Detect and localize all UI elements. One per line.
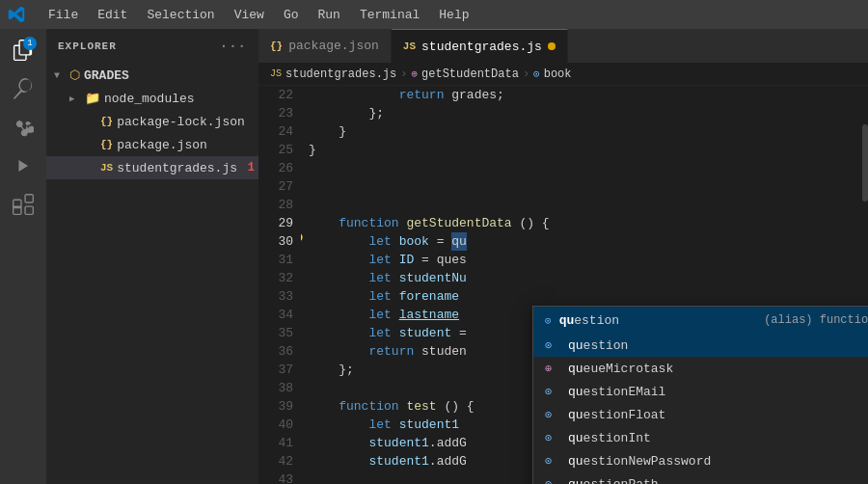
autocomplete-selected-icon: ⊙ bbox=[545, 314, 552, 327]
code-line-30: 💡 let book = qu bbox=[309, 232, 862, 251]
breadcrumb-sep2: › bbox=[523, 67, 529, 81]
studentgrades-badge: 1 bbox=[248, 161, 255, 175]
breadcrumb-scope2: book bbox=[544, 67, 572, 81]
code-line-24: } bbox=[309, 122, 862, 141]
menu-view[interactable]: View bbox=[227, 6, 272, 24]
tab-bar: {} package.json JS studentgrades.js bbox=[258, 29, 868, 63]
autocomplete-dropdown: ⊙ question (alias) function question(que… bbox=[532, 306, 868, 484]
activity-source-control[interactable] bbox=[6, 110, 41, 145]
breadcrumb-scope-icon1: ⊕ bbox=[411, 67, 418, 80]
autocomplete-item-questionint[interactable]: ⊙ questionInt readline-sync bbox=[533, 426, 868, 449]
sidebar-title: EXPLORER bbox=[58, 40, 117, 52]
code-line-33: let forename bbox=[309, 287, 862, 306]
sidebar: EXPLORER ··· ▼ ⬡ GRADES ▶ 📁 node_modules… bbox=[46, 29, 258, 484]
autocomplete-item-icon-0: ⊙ bbox=[545, 338, 560, 353]
files-badge: 1 bbox=[23, 37, 37, 50]
autocomplete-item-questionfloat[interactable]: ⊙ questionFloat readline-sync bbox=[533, 403, 868, 426]
code-line-29: function getStudentData () { bbox=[309, 214, 862, 232]
autocomplete-item-label-2: questionEMail bbox=[568, 385, 868, 399]
autocomplete-item-label-0: question bbox=[568, 338, 868, 353]
code-line-25: } bbox=[309, 141, 862, 159]
menu-selection[interactable]: Selection bbox=[139, 6, 222, 24]
activity-files[interactable]: 1 bbox=[6, 33, 41, 67]
autocomplete-item-queuemicrotask[interactable]: ⊕ queueMicrotask bbox=[533, 357, 868, 380]
sidebar-more-icon[interactable]: ··· bbox=[220, 39, 247, 54]
autocomplete-item-icon-6: ⊙ bbox=[545, 477, 560, 485]
studentgrades-label: studentgrades.js bbox=[117, 161, 237, 175]
breadcrumb-js-icon: JS bbox=[270, 68, 282, 79]
extensions-icon bbox=[13, 194, 34, 215]
sidebar-item-package-json[interactable]: {} package.json bbox=[46, 133, 258, 156]
titlebar: File Edit Selection View Go Run Terminal… bbox=[0, 0, 868, 29]
code-line-26 bbox=[309, 159, 862, 177]
tab-studentgrades[interactable]: JS studentgrades.js bbox=[392, 29, 568, 63]
autocomplete-item-icon-2: ⊙ bbox=[545, 385, 560, 399]
editor-area: {} package.json JS studentgrades.js JS s… bbox=[258, 29, 868, 484]
line-numbers: 22 23 24 25 26 27 28 29 30 31 32 33 34 3… bbox=[258, 86, 301, 484]
menu-file[interactable]: File bbox=[41, 6, 86, 24]
breadcrumb-scope-icon2: ⊙ bbox=[533, 67, 540, 80]
package-json-label: package.json bbox=[117, 138, 207, 152]
autocomplete-item-questionnewpassword[interactable]: ⊙ questionNewPassword readline-sync bbox=[533, 449, 868, 472]
tab-package-label: package.json bbox=[288, 39, 379, 53]
source-control-icon bbox=[13, 117, 34, 138]
activity-extensions[interactable] bbox=[6, 187, 41, 222]
menu-terminal[interactable]: Terminal bbox=[352, 6, 427, 24]
tab-studentgrades-label: studentgrades.js bbox=[421, 40, 542, 54]
main-layout: 1 EXPLORER ··· bbox=[0, 29, 868, 484]
code-line-31: let ID = ques bbox=[309, 251, 862, 269]
sidebar-header: EXPLORER ··· bbox=[46, 29, 258, 64]
autocomplete-item-label-4: questionInt bbox=[568, 431, 868, 445]
project-arrow: ▼ bbox=[54, 70, 69, 81]
package-json-icon: {} bbox=[100, 139, 113, 150]
autocomplete-item-icon-3: ⊙ bbox=[545, 408, 560, 422]
autocomplete-item-label-6: questionPath bbox=[568, 477, 868, 485]
autocomplete-item-questionemail[interactable]: ⊙ questionEMail readline-sync bbox=[533, 380, 868, 403]
autocomplete-item-label-1: queueMicrotask bbox=[568, 362, 868, 376]
package-lock-icon: {} bbox=[100, 116, 113, 127]
code-line-23: }; bbox=[309, 104, 862, 122]
code-editor[interactable]: 22 23 24 25 26 27 28 29 30 31 32 33 34 3… bbox=[258, 86, 868, 484]
autocomplete-selected-item[interactable]: ⊙ question (alias) function question(que… bbox=[533, 307, 868, 334]
autocomplete-item-icon-5: ⊙ bbox=[545, 454, 560, 469]
studentgrades-icon: JS bbox=[100, 162, 113, 174]
activity-run-debug[interactable] bbox=[6, 148, 41, 183]
breadcrumb-scope1: getStudentData bbox=[421, 67, 519, 81]
menu-edit[interactable]: Edit bbox=[90, 6, 135, 24]
autocomplete-selected-detail: (alias) function question(query?: any, o… bbox=[764, 313, 868, 327]
lightbulb-icon[interactable]: 💡 bbox=[301, 232, 306, 251]
activity-search[interactable] bbox=[6, 71, 41, 106]
sidebar-item-node-modules[interactable]: ▶ 📁 node_modules bbox=[46, 87, 258, 110]
menu-run[interactable]: Run bbox=[310, 6, 347, 24]
autocomplete-item-icon-1: ⊕ bbox=[545, 362, 560, 376]
tab-studentgrades-icon: JS bbox=[403, 40, 416, 52]
sidebar-item-studentgrades[interactable]: JS studentgrades.js 1 bbox=[46, 156, 258, 179]
project-root[interactable]: ▼ ⬡ GRADES bbox=[46, 64, 258, 87]
node-modules-label: node_modules bbox=[104, 92, 195, 106]
autocomplete-selected-label: question bbox=[559, 313, 619, 328]
package-lock-label: package-lock.json bbox=[117, 115, 245, 129]
scrollbar-thumb[interactable] bbox=[862, 124, 868, 202]
menu-go[interactable]: Go bbox=[276, 6, 307, 24]
project-folder-icon: ⬡ bbox=[69, 67, 80, 83]
tab-package-icon: {} bbox=[270, 40, 283, 52]
activity-bar: 1 bbox=[0, 29, 46, 484]
tab-unsaved-dot bbox=[548, 42, 556, 50]
breadcrumb-sep1: › bbox=[400, 67, 407, 81]
sidebar-header-icons: ··· bbox=[220, 39, 247, 54]
node-modules-arrow: ▶ bbox=[69, 94, 85, 104]
autocomplete-item-questionpath[interactable]: ⊙ questionPath readline-sync bbox=[533, 472, 868, 484]
autocomplete-item-question[interactable]: ⊙ question bbox=[533, 334, 868, 357]
vscode-logo bbox=[8, 6, 25, 23]
search-icon bbox=[13, 78, 34, 99]
project-name: GRADES bbox=[84, 68, 129, 83]
node-modules-folder-icon: 📁 bbox=[85, 91, 100, 106]
tab-package-json[interactable]: {} package.json bbox=[258, 29, 392, 63]
breadcrumb: JS studentgrades.js › ⊕ getStudentData ›… bbox=[258, 63, 868, 86]
code-line-32: let studentNu bbox=[309, 269, 862, 287]
menu-bar: File Edit Selection View Go Run Terminal… bbox=[41, 6, 477, 24]
sidebar-item-package-lock[interactable]: {} package-lock.json bbox=[46, 110, 258, 133]
breadcrumb-file: studentgrades.js bbox=[285, 67, 396, 81]
menu-help[interactable]: Help bbox=[431, 6, 476, 24]
autocomplete-item-label-3: questionFloat bbox=[568, 408, 868, 422]
